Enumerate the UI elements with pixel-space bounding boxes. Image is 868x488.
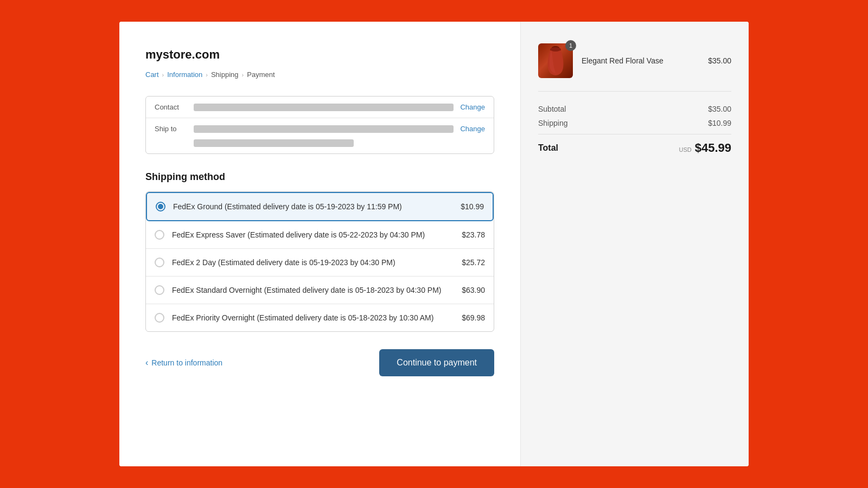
shipping-option-4[interactable]: FedEx Priority Overnight (Estimated deli…	[146, 304, 494, 331]
radio-inner-0	[158, 204, 163, 209]
radio-btn-4	[155, 313, 164, 323]
subtotal-label: Subtotal	[538, 105, 566, 113]
svg-point-2	[550, 47, 561, 52]
continue-to-payment-button[interactable]: Continue to payment	[379, 349, 494, 376]
breadcrumb-payment: Payment	[247, 70, 275, 79]
shipping-label-1: FedEx Express Saver (Estimated delivery …	[172, 230, 454, 239]
left-panel: mystore.com Cart › Information › Shippin…	[119, 22, 521, 466]
shipping-price-0: $10.99	[461, 202, 484, 211]
ship-to-value-bar-2	[194, 139, 354, 147]
total-right: USD $45.99	[679, 141, 731, 155]
breadcrumb-shipping: Shipping	[211, 70, 239, 79]
contact-change-link[interactable]: Change	[460, 103, 485, 111]
product-quantity-badge: 1	[565, 40, 576, 51]
shipping-option-3[interactable]: FedEx Standard Overnight (Estimated deli…	[146, 277, 494, 304]
store-title: mystore.com	[145, 48, 494, 62]
radio-btn-2	[155, 258, 164, 267]
breadcrumb-cart[interactable]: Cart	[145, 70, 159, 79]
back-link[interactable]: ‹ Return to information	[145, 358, 222, 368]
back-link-label: Return to information	[151, 358, 222, 367]
ship-to-row-inner: Ship to Change	[155, 125, 485, 133]
ship-to-label: Ship to	[155, 125, 187, 133]
radio-btn-0	[156, 202, 165, 211]
breadcrumb-sep-3: ›	[242, 72, 244, 78]
ship-to-row: Ship to Change	[146, 118, 494, 153]
shipping-label-3: FedEx Standard Overnight (Estimated deli…	[172, 286, 454, 294]
shipping-label-0: FedEx Ground (Estimated delivery date is…	[173, 202, 453, 211]
product-image-wrapper: 1	[538, 43, 573, 78]
shipping-label-4: FedEx Priority Overnight (Estimated deli…	[172, 313, 454, 322]
shipping-summary-label: Shipping	[538, 119, 568, 127]
shipping-method-title: Shipping method	[145, 171, 494, 183]
footer-actions: ‹ Return to information Continue to paym…	[145, 349, 494, 376]
shipping-price-2: $25.72	[462, 258, 485, 267]
radio-btn-1	[155, 230, 164, 240]
total-amount: $45.99	[695, 141, 731, 155]
shipping-summary-value: $10.99	[708, 119, 731, 127]
shipping-price-4: $69.98	[462, 313, 485, 322]
shipping-price-1: $23.78	[462, 230, 485, 239]
subtotal-row: Subtotal $35.00	[538, 105, 731, 113]
contact-label: Contact	[155, 103, 187, 111]
radio-btn-3	[155, 285, 164, 295]
shipping-option-0[interactable]: FedEx Ground (Estimated delivery date is…	[146, 192, 494, 221]
total-currency: USD	[679, 146, 691, 153]
shipping-option-2[interactable]: FedEx 2 Day (Estimated delivery date is …	[146, 249, 494, 277]
shipping-label-2: FedEx 2 Day (Estimated delivery date is …	[172, 258, 454, 267]
subtotal-value: $35.00	[708, 105, 731, 113]
shipping-summary-row: Shipping $10.99	[538, 119, 731, 127]
product-name: Elegant Red Floral Vase	[582, 56, 699, 65]
contact-value-bar	[194, 104, 454, 111]
shipping-options: FedEx Ground (Estimated delivery date is…	[145, 191, 494, 332]
vase-image-svg	[542, 45, 569, 76]
ship-to-value-bar	[194, 125, 454, 133]
product-price: $35.00	[708, 56, 731, 65]
chevron-left-icon: ‹	[145, 358, 148, 368]
right-panel: 1 Elegant Red Floral Vase $35.00 Subtota…	[521, 22, 749, 466]
shipping-option-1[interactable]: FedEx Express Saver (Estimated delivery …	[146, 221, 494, 249]
product-row: 1 Elegant Red Floral Vase $35.00	[538, 43, 731, 92]
shipping-price-3: $63.90	[462, 286, 485, 294]
info-card: Contact Change Ship to Change	[145, 96, 494, 154]
ship-to-change-link[interactable]: Change	[460, 125, 485, 133]
contact-row: Contact Change	[146, 97, 494, 118]
total-label: Total	[538, 143, 558, 153]
main-container: mystore.com Cart › Information › Shippin…	[119, 22, 749, 466]
breadcrumb-information[interactable]: Information	[167, 70, 202, 79]
breadcrumb-sep-1: ›	[162, 72, 164, 78]
total-row: Total USD $45.99	[538, 134, 731, 155]
breadcrumb: Cart › Information › Shipping › Payment	[145, 70, 494, 79]
breadcrumb-sep-2: ›	[206, 72, 208, 78]
